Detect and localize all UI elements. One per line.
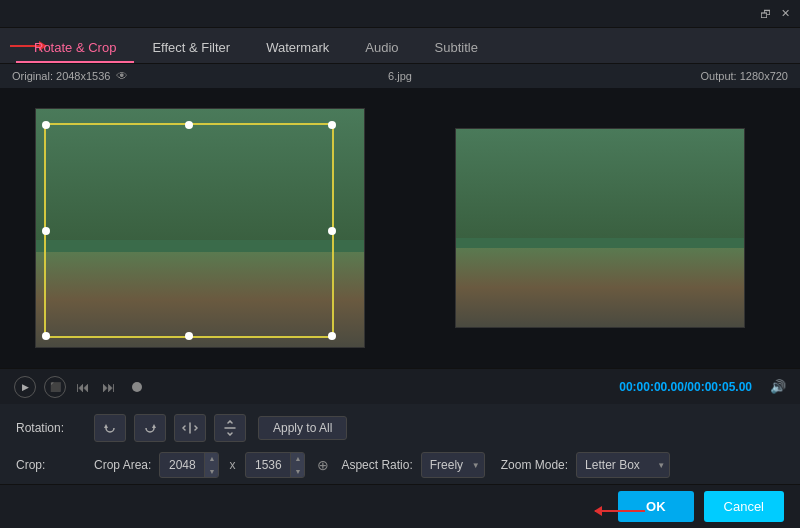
crop-handle-middle-left[interactable] bbox=[42, 227, 50, 235]
crop-handle-middle-right[interactable] bbox=[328, 227, 336, 235]
minimize-button[interactable]: 🗗 bbox=[758, 7, 772, 21]
aspect-ratio-dropdown-wrap: Freely 16:9 4:3 1:1 bbox=[421, 452, 485, 478]
time-display: 00:00:00.00/00:00:05.00 bbox=[619, 380, 752, 394]
rotation-label: Rotation: bbox=[16, 421, 86, 435]
left-image-container bbox=[35, 108, 365, 348]
rotation-row: Rotation: Apply to All bbox=[16, 414, 784, 442]
eye-icon[interactable]: 👁 bbox=[116, 69, 128, 83]
rotate-right-button[interactable] bbox=[134, 414, 166, 442]
crop-width-arrows: ▲ ▼ bbox=[204, 452, 218, 478]
crop-area-label: Crop Area: bbox=[94, 458, 151, 472]
crop-handle-top-right[interactable] bbox=[328, 121, 336, 129]
crop-handle-top-center[interactable] bbox=[185, 121, 193, 129]
tab-subtitle[interactable]: Subtitle bbox=[417, 34, 496, 63]
crop-overlay[interactable] bbox=[44, 123, 334, 338]
original-size: Original: 2048x1536 bbox=[12, 70, 110, 82]
right-image-container bbox=[455, 128, 745, 328]
aspect-ratio-dropdown[interactable]: Freely 16:9 4:3 1:1 bbox=[421, 452, 485, 478]
output-image bbox=[456, 129, 744, 327]
zoom-mode-dropdown[interactable]: Letter Box Pan & Scan Full bbox=[576, 452, 670, 478]
rotate-left-button[interactable] bbox=[94, 414, 126, 442]
prev-frame-button[interactable]: ⏮ bbox=[74, 379, 92, 395]
crop-label: Crop: bbox=[16, 458, 86, 472]
cancel-button[interactable]: Cancel bbox=[704, 491, 784, 522]
output-size: Output: 1280x720 bbox=[701, 70, 788, 82]
crop-height-input[interactable] bbox=[246, 458, 290, 472]
bottom-bar: OK Cancel bbox=[0, 484, 800, 528]
crop-height-up[interactable]: ▲ bbox=[290, 452, 304, 465]
info-bar: Original: 2048x1536 👁 6.jpg Output: 1280… bbox=[0, 64, 800, 88]
zoom-mode-label: Zoom Mode: bbox=[501, 458, 568, 472]
crop-row: Crop: Crop Area: ▲ ▼ x ▲ ▼ ⊕ Aspect Rati… bbox=[16, 452, 784, 478]
preview-area bbox=[0, 88, 800, 368]
tab-watermark[interactable]: Watermark bbox=[248, 34, 347, 63]
playback-bar: ▶ ⬛ ⏮ ⏭ 00:00:00.00/00:00:05.00 🔊 bbox=[0, 368, 800, 404]
crop-width-input-wrap: ▲ ▼ bbox=[159, 452, 219, 478]
filename: 6.jpg bbox=[388, 70, 412, 82]
tabs-bar: Rotate & Crop Effect & Filter Watermark … bbox=[0, 28, 800, 64]
crop-handle-bottom-left[interactable] bbox=[42, 332, 50, 340]
title-bar-buttons: 🗗 ✕ bbox=[758, 7, 792, 21]
progress-dot[interactable] bbox=[132, 382, 142, 392]
next-frame-button[interactable]: ⏭ bbox=[100, 379, 118, 395]
crop-height-down[interactable]: ▼ bbox=[290, 465, 304, 478]
tab-audio[interactable]: Audio bbox=[347, 34, 416, 63]
stop-button[interactable]: ⬛ bbox=[44, 376, 66, 398]
dimension-separator: x bbox=[229, 458, 235, 472]
crop-handle-top-left[interactable] bbox=[42, 121, 50, 129]
tab-rotate-crop[interactable]: Rotate & Crop bbox=[16, 34, 134, 63]
ok-button[interactable]: OK bbox=[618, 491, 694, 522]
preview-right bbox=[400, 88, 800, 368]
zoom-mode-dropdown-wrap: Letter Box Pan & Scan Full bbox=[576, 452, 670, 478]
tab-effect-filter[interactable]: Effect & Filter bbox=[134, 34, 248, 63]
crop-width-up[interactable]: ▲ bbox=[204, 452, 218, 465]
crop-handle-bottom-center[interactable] bbox=[185, 332, 193, 340]
preview-left bbox=[0, 88, 400, 368]
crop-height-input-wrap: ▲ ▼ bbox=[245, 452, 305, 478]
crop-handle-bottom-right[interactable] bbox=[328, 332, 336, 340]
aspect-ratio-label: Aspect Ratio: bbox=[341, 458, 412, 472]
flip-vertical-button[interactable] bbox=[214, 414, 246, 442]
close-button[interactable]: ✕ bbox=[778, 7, 792, 21]
crop-height-arrows: ▲ ▼ bbox=[290, 452, 304, 478]
crop-width-down[interactable]: ▼ bbox=[204, 465, 218, 478]
crop-center-icon[interactable]: ⊕ bbox=[317, 457, 329, 473]
flip-horizontal-button[interactable] bbox=[174, 414, 206, 442]
apply-to-all-button[interactable]: Apply to All bbox=[258, 416, 347, 440]
play-button[interactable]: ▶ bbox=[14, 376, 36, 398]
volume-icon[interactable]: 🔊 bbox=[770, 379, 786, 394]
title-bar: 🗗 ✕ bbox=[0, 0, 800, 28]
crop-width-input[interactable] bbox=[160, 458, 204, 472]
